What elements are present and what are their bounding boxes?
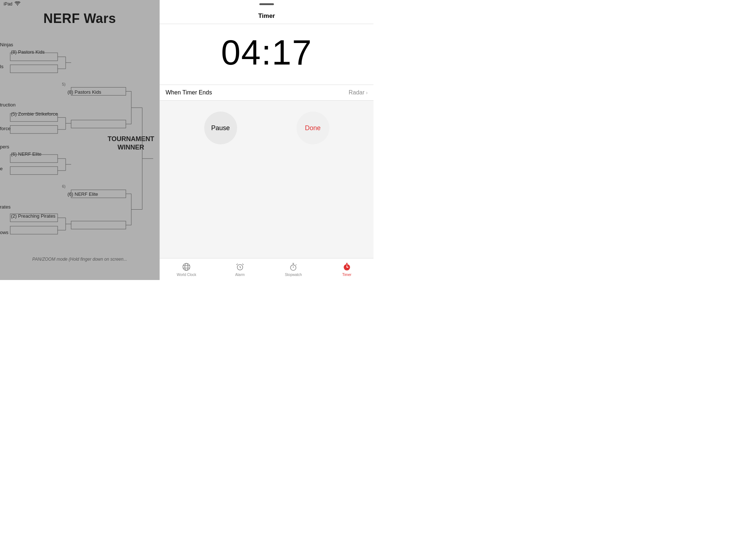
tab-timer[interactable]: Timer [320, 258, 374, 280]
svg-line-47 [242, 264, 243, 265]
wifi-icon [15, 1, 20, 7]
svg-rect-20 [10, 167, 58, 175]
when-timer-ends-value-text: Radar [349, 89, 365, 96]
team-e: e [0, 166, 3, 171]
tab-alarm[interactable]: Alarm [213, 258, 267, 280]
tab-bar: World Clock Alarm [160, 258, 374, 280]
team-ows: ows [0, 230, 8, 235]
timer-digits: 04:17 [221, 35, 312, 70]
pause-button[interactable]: Pause [204, 112, 237, 144]
timer-display-area: 04:17 [160, 24, 374, 85]
bracket-area: Ninjas (8) Pastors Kids ls 5) (8) Pastor… [0, 33, 159, 265]
status-bar [160, 0, 374, 8]
timer-spacer [160, 155, 374, 258]
team-rates: rates [0, 204, 11, 210]
svg-line-45 [240, 267, 241, 268]
team-zombie: (5) Zombie Strikeforce [11, 111, 58, 117]
status-bar-left: iPad [0, 0, 159, 8]
nav-bar: Timer [160, 8, 374, 24]
tab-world-clock[interactable]: World Clock [160, 258, 213, 280]
tab-stopwatch[interactable]: Stopwatch [267, 258, 320, 280]
team-force: force [0, 126, 11, 131]
tab-world-clock-label: World Clock [177, 273, 196, 277]
team-ls: ls [0, 64, 3, 69]
team-nerf-elite-1: (6) NERF Elite [11, 151, 42, 157]
alarm-icon [235, 262, 245, 272]
when-timer-ends-label: When Timer Ends [166, 89, 212, 96]
chevron-right-icon: › [366, 90, 368, 96]
team-pastors-kids-1: (8) Pastors Kids [11, 49, 44, 55]
when-timer-ends-row[interactable]: When Timer Ends Radar › [160, 85, 374, 101]
svg-rect-26 [10, 226, 58, 234]
team-pirates: (2) Preaching Pirates [11, 213, 55, 219]
svg-rect-2 [10, 65, 58, 73]
tournament-winner: TOURNAMENTWINNER [108, 135, 154, 152]
team-pers: pers [0, 144, 9, 149]
timer-icon [342, 262, 352, 272]
svg-rect-8 [10, 125, 58, 133]
when-timer-ends-value[interactable]: Radar › [349, 89, 368, 96]
tab-stopwatch-label: Stopwatch [285, 273, 302, 277]
done-button[interactable]: Done [297, 112, 329, 144]
team-nerf-elite-2: (6) NERF Elite [67, 191, 98, 197]
tab-alarm-label: Alarm [235, 273, 245, 277]
tab-timer-label: Timer [342, 273, 351, 277]
seed-5: 5) [62, 82, 66, 86]
bracket-panel: iPad NERF Wars Ninjas (8) Pastors Kids l… [0, 0, 159, 280]
stopwatch-icon [289, 262, 298, 272]
svg-point-40 [185, 263, 188, 271]
svg-line-52 [296, 264, 297, 265]
globe-icon [182, 262, 191, 272]
svg-rect-14 [71, 120, 126, 128]
timer-panel: Timer 04:17 When Timer Ends Radar › Paus… [159, 0, 374, 280]
svg-line-46 [236, 264, 237, 265]
team-truction: truction [0, 102, 16, 108]
team-pastors-kids-2: (8) Pastors Kids [67, 89, 101, 95]
svg-rect-32 [71, 221, 126, 229]
device-label: iPad [4, 1, 12, 7]
status-bar-pill [259, 3, 274, 5]
buttons-area: Pause Done [160, 101, 374, 155]
svg-point-39 [183, 263, 190, 271]
seed-6: 6) [62, 184, 66, 188]
nav-title: Timer [258, 12, 275, 20]
svg-point-0 [17, 5, 18, 5]
pan-zoom-hint: PAN/ZOOM mode (Hold finger down on scree… [32, 257, 127, 262]
team-ninjas: Ninjas [0, 42, 13, 47]
